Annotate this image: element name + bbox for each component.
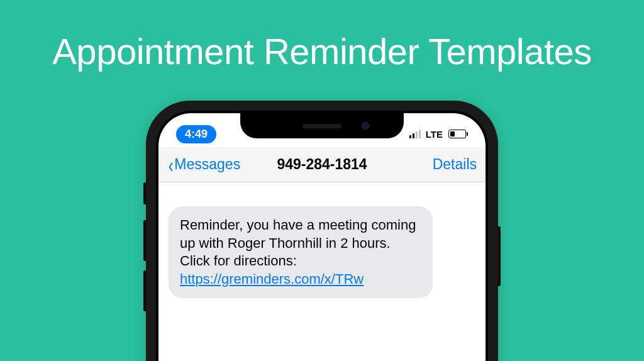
battery-icon — [448, 130, 468, 138]
chevron-left-icon: ‹ — [169, 154, 174, 175]
notch — [240, 113, 404, 138]
back-label: Messages — [174, 156, 240, 173]
details-button[interactable]: Details — [433, 156, 477, 173]
network-label: LTE — [426, 129, 443, 140]
power-button — [498, 226, 501, 286]
speaker — [303, 124, 341, 128]
back-button[interactable]: ‹ Messages — [167, 154, 240, 175]
volume-down-button — [143, 270, 146, 311]
phone-mockup: 4:49 LTE — [146, 101, 498, 361]
front-camera — [362, 122, 369, 130]
phone-screen: 4:49 LTE — [158, 113, 486, 361]
conversation-title[interactable]: 949-284-1814 — [277, 156, 367, 173]
phone-frame: 4:49 LTE — [146, 101, 498, 361]
page-title: Appointment Reminder Templates — [0, 0, 644, 72]
received-message-bubble[interactable]: Reminder, you have a meeting coming up w… — [169, 206, 433, 298]
messages-area: Reminder, you have a meeting coming up w… — [158, 182, 486, 322]
messages-nav-bar: ‹ Messages 949-284-1814 Details — [158, 147, 486, 182]
mute-switch — [143, 182, 146, 204]
status-time[interactable]: 4:49 — [176, 125, 216, 143]
message-text: Reminder, you have a meeting coming up w… — [180, 217, 416, 269]
volume-up-button — [143, 220, 146, 261]
signal-icon — [409, 130, 421, 138]
message-link[interactable]: https://greminders.com/x/TRw — [180, 271, 364, 287]
